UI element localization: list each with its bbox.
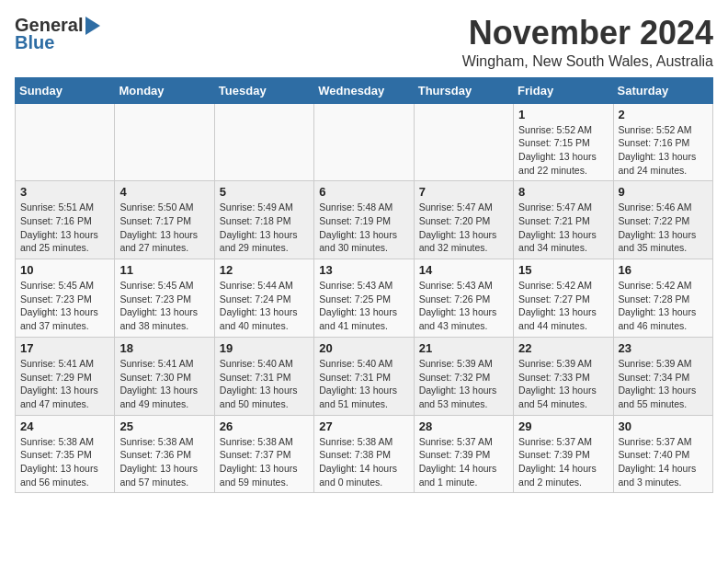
cell-info: Sunrise: 5:42 AM Sunset: 7:27 PM Dayligh…	[518, 279, 608, 333]
day-number: 15	[518, 263, 608, 277]
cell-info: Sunrise: 5:43 AM Sunset: 7:25 PM Dayligh…	[319, 279, 408, 333]
calendar-day-header: Wednesday	[314, 77, 414, 103]
calendar-week-row: 17Sunrise: 5:41 AM Sunset: 7:29 PM Dayli…	[16, 337, 713, 415]
calendar-cell: 21Sunrise: 5:39 AM Sunset: 7:32 PM Dayli…	[414, 337, 513, 415]
day-number: 14	[419, 263, 508, 277]
cell-info: Sunrise: 5:44 AM Sunset: 7:24 PM Dayligh…	[220, 279, 309, 333]
day-number: 20	[319, 341, 408, 355]
calendar-cell: 7Sunrise: 5:47 AM Sunset: 7:20 PM Daylig…	[414, 181, 513, 259]
calendar-day-header: Thursday	[414, 77, 513, 103]
calendar-day-header: Sunday	[16, 77, 115, 103]
logo-arrow-icon	[85, 17, 100, 35]
calendar-cell: 19Sunrise: 5:40 AM Sunset: 7:31 PM Dayli…	[214, 337, 313, 415]
calendar-cell: 28Sunrise: 5:37 AM Sunset: 7:39 PM Dayli…	[414, 415, 513, 493]
calendar-header-row: SundayMondayTuesdayWednesdayThursdayFrid…	[16, 77, 713, 103]
calendar-cell: 22Sunrise: 5:39 AM Sunset: 7:33 PM Dayli…	[514, 337, 613, 415]
day-number: 30	[619, 419, 708, 433]
calendar-day-header: Saturday	[613, 77, 712, 103]
day-number: 19	[220, 341, 309, 355]
calendar-cell	[16, 103, 115, 181]
calendar-cell: 30Sunrise: 5:37 AM Sunset: 7:40 PM Dayli…	[613, 415, 712, 493]
day-number: 6	[319, 185, 408, 199]
calendar-cell: 3Sunrise: 5:51 AM Sunset: 7:16 PM Daylig…	[16, 181, 115, 259]
calendar-cell: 16Sunrise: 5:42 AM Sunset: 7:28 PM Dayli…	[613, 259, 712, 338]
calendar-cell: 8Sunrise: 5:47 AM Sunset: 7:21 PM Daylig…	[514, 181, 613, 259]
cell-info: Sunrise: 5:38 AM Sunset: 7:37 PM Dayligh…	[220, 435, 309, 489]
logo: General Blue	[15, 15, 100, 53]
day-number: 24	[20, 419, 109, 433]
calendar-cell: 4Sunrise: 5:50 AM Sunset: 7:17 PM Daylig…	[115, 181, 214, 259]
calendar-week-row: 1Sunrise: 5:52 AM Sunset: 7:15 PM Daylig…	[16, 103, 713, 181]
cell-info: Sunrise: 5:45 AM Sunset: 7:23 PM Dayligh…	[20, 279, 109, 333]
cell-info: Sunrise: 5:38 AM Sunset: 7:36 PM Dayligh…	[119, 435, 209, 489]
calendar-cell: 15Sunrise: 5:42 AM Sunset: 7:27 PM Dayli…	[514, 259, 613, 338]
day-number: 1	[518, 108, 608, 121]
cell-info: Sunrise: 5:38 AM Sunset: 7:35 PM Dayligh…	[20, 435, 109, 489]
calendar-day-header: Friday	[514, 77, 613, 103]
cell-info: Sunrise: 5:48 AM Sunset: 7:19 PM Dayligh…	[319, 201, 408, 255]
day-number: 25	[119, 419, 209, 433]
month-title: November 2024	[462, 15, 713, 52]
calendar-cell	[314, 103, 414, 181]
calendar-cell	[414, 103, 513, 181]
calendar-cell	[214, 103, 313, 181]
day-number: 13	[319, 263, 408, 277]
calendar-cell: 23Sunrise: 5:39 AM Sunset: 7:34 PM Dayli…	[613, 337, 712, 415]
day-number: 21	[419, 341, 508, 355]
cell-info: Sunrise: 5:38 AM Sunset: 7:38 PM Dayligh…	[319, 435, 408, 489]
calendar-table: SundayMondayTuesdayWednesdayThursdayFrid…	[15, 77, 713, 494]
calendar-cell: 10Sunrise: 5:45 AM Sunset: 7:23 PM Dayli…	[16, 259, 115, 338]
day-number: 28	[419, 419, 508, 433]
calendar-week-row: 3Sunrise: 5:51 AM Sunset: 7:16 PM Daylig…	[16, 181, 713, 259]
cell-info: Sunrise: 5:37 AM Sunset: 7:40 PM Dayligh…	[619, 435, 708, 489]
cell-info: Sunrise: 5:37 AM Sunset: 7:39 PM Dayligh…	[518, 435, 608, 489]
calendar-cell: 5Sunrise: 5:49 AM Sunset: 7:18 PM Daylig…	[214, 181, 313, 259]
cell-info: Sunrise: 5:52 AM Sunset: 7:16 PM Dayligh…	[619, 123, 708, 178]
cell-info: Sunrise: 5:39 AM Sunset: 7:33 PM Dayligh…	[518, 357, 608, 411]
logo-blue-text: Blue	[15, 32, 54, 53]
cell-info: Sunrise: 5:45 AM Sunset: 7:23 PM Dayligh…	[119, 279, 209, 333]
day-number: 11	[119, 263, 209, 277]
day-number: 18	[119, 341, 209, 355]
day-number: 3	[20, 185, 109, 199]
calendar-cell: 20Sunrise: 5:40 AM Sunset: 7:31 PM Dayli…	[314, 337, 414, 415]
day-number: 23	[619, 341, 708, 355]
calendar-cell: 17Sunrise: 5:41 AM Sunset: 7:29 PM Dayli…	[16, 337, 115, 415]
cell-info: Sunrise: 5:41 AM Sunset: 7:29 PM Dayligh…	[20, 357, 109, 411]
cell-info: Sunrise: 5:41 AM Sunset: 7:30 PM Dayligh…	[119, 357, 209, 411]
calendar-cell: 11Sunrise: 5:45 AM Sunset: 7:23 PM Dayli…	[115, 259, 214, 338]
title-area: November 2024 Wingham, New South Wales, …	[462, 15, 713, 70]
cell-info: Sunrise: 5:39 AM Sunset: 7:34 PM Dayligh…	[619, 357, 708, 411]
calendar-cell: 27Sunrise: 5:38 AM Sunset: 7:38 PM Dayli…	[314, 415, 414, 493]
cell-info: Sunrise: 5:40 AM Sunset: 7:31 PM Dayligh…	[319, 357, 408, 411]
calendar-week-row: 24Sunrise: 5:38 AM Sunset: 7:35 PM Dayli…	[16, 415, 713, 493]
cell-info: Sunrise: 5:40 AM Sunset: 7:31 PM Dayligh…	[220, 357, 309, 411]
day-number: 26	[220, 419, 309, 433]
cell-info: Sunrise: 5:39 AM Sunset: 7:32 PM Dayligh…	[419, 357, 508, 411]
calendar-week-row: 10Sunrise: 5:45 AM Sunset: 7:23 PM Dayli…	[16, 259, 713, 338]
day-number: 17	[20, 341, 109, 355]
cell-info: Sunrise: 5:37 AM Sunset: 7:39 PM Dayligh…	[419, 435, 508, 489]
calendar-cell: 14Sunrise: 5:43 AM Sunset: 7:26 PM Dayli…	[414, 259, 513, 338]
calendar-cell: 18Sunrise: 5:41 AM Sunset: 7:30 PM Dayli…	[115, 337, 214, 415]
calendar-header: SundayMondayTuesdayWednesdayThursdayFrid…	[16, 77, 713, 103]
day-number: 7	[419, 185, 508, 199]
day-number: 4	[119, 185, 209, 199]
calendar-day-header: Tuesday	[214, 77, 313, 103]
cell-info: Sunrise: 5:43 AM Sunset: 7:26 PM Dayligh…	[419, 279, 508, 333]
page-header: General Blue November 2024 Wingham, New …	[15, 15, 713, 70]
calendar-cell: 1Sunrise: 5:52 AM Sunset: 7:15 PM Daylig…	[514, 103, 613, 181]
calendar-cell: 25Sunrise: 5:38 AM Sunset: 7:36 PM Dayli…	[115, 415, 214, 493]
day-number: 10	[20, 263, 109, 277]
day-number: 8	[518, 185, 608, 199]
calendar-day-header: Monday	[115, 77, 214, 103]
calendar-cell	[115, 103, 214, 181]
cell-info: Sunrise: 5:50 AM Sunset: 7:17 PM Dayligh…	[119, 201, 209, 255]
calendar-cell: 6Sunrise: 5:48 AM Sunset: 7:19 PM Daylig…	[314, 181, 414, 259]
calendar-cell: 13Sunrise: 5:43 AM Sunset: 7:25 PM Dayli…	[314, 259, 414, 338]
location-subtitle: Wingham, New South Wales, Australia	[462, 53, 713, 70]
day-number: 12	[220, 263, 309, 277]
day-number: 27	[319, 419, 408, 433]
calendar-cell: 2Sunrise: 5:52 AM Sunset: 7:16 PM Daylig…	[613, 103, 712, 181]
calendar-cell: 9Sunrise: 5:46 AM Sunset: 7:22 PM Daylig…	[613, 181, 712, 259]
